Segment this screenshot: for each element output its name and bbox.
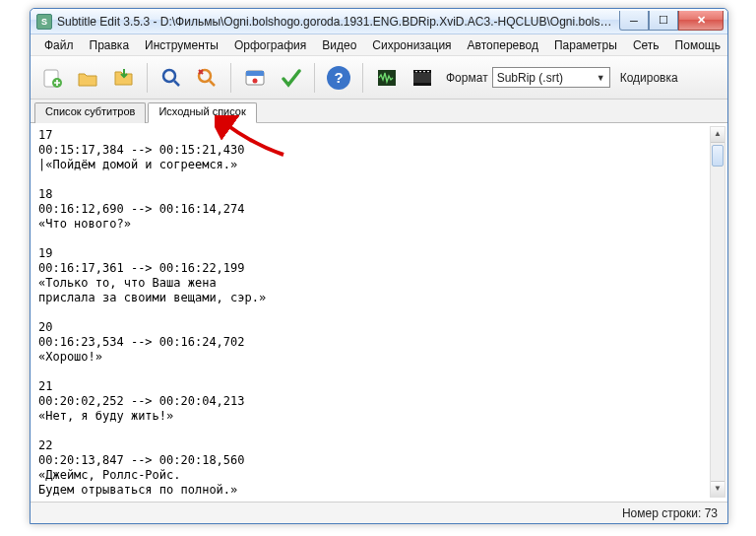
- new-button[interactable]: [36, 62, 68, 94]
- scroll-down-icon[interactable]: ▼: [711, 481, 724, 497]
- menu-autotrans[interactable]: Автоперевод: [460, 35, 546, 55]
- svg-rect-5: [246, 71, 264, 76]
- toolbar: ? Формат SubRip (.srt) ▼ Кодировка: [31, 56, 727, 100]
- svg-rect-13: [423, 71, 425, 72]
- tab-strip: Список субтитров Исходный список: [31, 100, 727, 123]
- app-window: S Subtitle Edit 3.5.3 - D:\Фильмы\Ogni.b…: [30, 8, 728, 524]
- save-button[interactable]: [107, 62, 139, 94]
- statusbar: Номер строки: 73: [31, 502, 727, 523]
- tab-source-list[interactable]: Исходный список: [148, 102, 256, 123]
- window-title: Subtitle Edit 3.5.3 - D:\Фильмы\Ogni.bol…: [57, 15, 619, 29]
- menu-net[interactable]: Сеть: [625, 35, 667, 55]
- help-button[interactable]: ?: [323, 62, 354, 94]
- tab-subtitle-list[interactable]: Список субтитров: [34, 102, 146, 123]
- separator: [362, 63, 363, 93]
- encoding-label: Кодировка: [620, 71, 678, 85]
- svg-rect-10: [413, 83, 431, 86]
- titlebar[interactable]: S Subtitle Edit 3.5.3 - D:\Фильмы\Ogni.b…: [31, 9, 727, 34]
- chevron-down-icon: ▼: [597, 73, 605, 83]
- menu-help[interactable]: Помощь: [667, 35, 728, 55]
- find-button[interactable]: [156, 62, 187, 94]
- menu-edit[interactable]: Правка: [82, 35, 138, 55]
- format-label: Формат: [446, 71, 488, 85]
- menu-sync[interactable]: Сихронизация: [364, 35, 459, 55]
- scroll-thumb[interactable]: [712, 145, 724, 167]
- spellcheck-button[interactable]: [275, 62, 306, 94]
- svg-point-2: [163, 70, 175, 82]
- maximize-button[interactable]: ☐: [649, 11, 678, 31]
- separator: [147, 63, 148, 93]
- visual-sync-button[interactable]: [239, 62, 271, 94]
- source-textarea[interactable]: 17 00:15:17,384 --> 00:15:21,430 |«Пойдё…: [34, 126, 708, 498]
- menu-tools[interactable]: Инструменты: [137, 35, 226, 55]
- menu-video[interactable]: Видео: [314, 35, 364, 55]
- separator: [314, 63, 315, 93]
- svg-rect-14: [427, 71, 429, 72]
- menubar: Файл Правка Инструменты Орфография Видео…: [31, 34, 727, 56]
- close-button[interactable]: ✕: [678, 11, 724, 31]
- svg-rect-12: [419, 71, 421, 72]
- minimize-button[interactable]: ─: [619, 11, 649, 31]
- waveform-button[interactable]: [371, 62, 403, 94]
- menu-file[interactable]: Файл: [36, 35, 82, 55]
- separator: [230, 63, 231, 93]
- replace-button[interactable]: [191, 62, 222, 94]
- menu-spell[interactable]: Орфография: [226, 35, 314, 55]
- vertical-scrollbar[interactable]: ▲ ▼: [710, 126, 725, 498]
- svg-point-6: [253, 78, 258, 83]
- content-area: 17 00:15:17,384 --> 00:15:21,430 |«Пойдё…: [31, 123, 727, 502]
- video-button[interactable]: [407, 62, 438, 94]
- open-button[interactable]: [72, 62, 103, 94]
- format-combo[interactable]: SubRip (.srt) ▼: [492, 67, 610, 88]
- format-value: SubRip (.srt): [497, 71, 563, 85]
- status-line: Номер строки: 73: [622, 506, 718, 520]
- menu-params[interactable]: Параметры: [546, 35, 625, 55]
- app-icon: S: [36, 14, 52, 30]
- scroll-up-icon[interactable]: ▲: [711, 127, 724, 143]
- svg-rect-11: [415, 71, 417, 72]
